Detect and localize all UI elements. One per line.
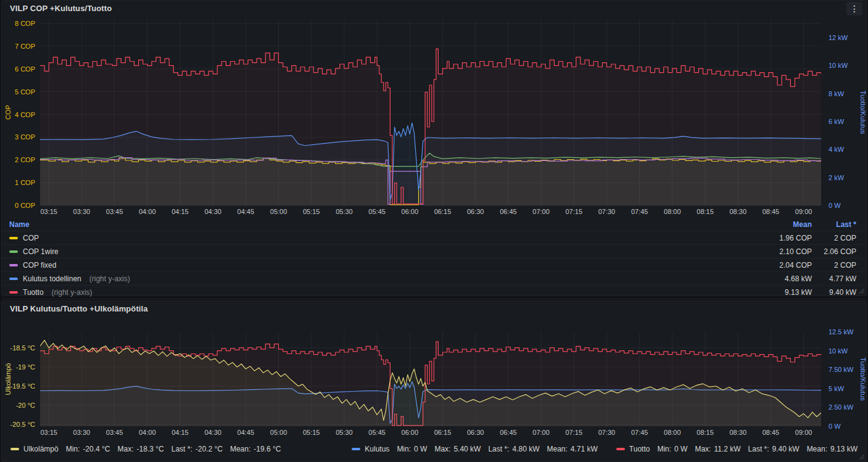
- svg-text:04:00: 04:00: [139, 429, 156, 436]
- svg-text:04:15: 04:15: [172, 208, 189, 215]
- svg-text:04:30: 04:30: [204, 208, 221, 215]
- svg-text:06:45: 06:45: [500, 208, 517, 215]
- svg-text:06:45: 06:45: [500, 429, 517, 436]
- svg-text:6 COP: 6 COP: [15, 65, 35, 73]
- stat-value: 0 W: [414, 445, 427, 453]
- inline-legend: UlkolämpöMin:-20.4 °CMax:-18.3 °CLast *:…: [2, 441, 866, 457]
- legend-series-name[interactable]: Tuotto: [23, 288, 44, 297]
- legend-item[interactable]: UlkolämpöMin:-20.4 °CMax:-18.3 °CLast *:…: [10, 445, 281, 453]
- stat-value: 5.40 kW: [453, 445, 481, 453]
- legend-group-right: KulutusMin:0 WMax:5.40 kWLast *:4.80 kWM…: [352, 445, 858, 453]
- legend-header-row: Name Mean Last *: [2, 218, 866, 231]
- legend-group-left: UlkolämpöMin:-20.4 °CMax:-18.3 °CLast *:…: [10, 445, 281, 453]
- legend-axis-note: (right y-axis): [89, 274, 130, 283]
- legend-header-name[interactable]: Name: [9, 220, 743, 229]
- legend-mean-value: 2.10 COP: [743, 247, 812, 256]
- svg-text:03:15: 03:15: [40, 429, 57, 436]
- svg-text:07:30: 07:30: [598, 429, 616, 436]
- legend-row: Tuotto(right y-axis)9.13 kW9.40 kW: [2, 286, 866, 299]
- svg-text:-19.5 °C: -19.5 °C: [10, 382, 36, 390]
- legend-mean-value: 9.13 kW: [743, 288, 812, 297]
- svg-text:4 COP: 4 COP: [15, 111, 35, 118]
- svg-text:08:00: 08:00: [664, 208, 681, 215]
- svg-text:3 COP: 3 COP: [15, 133, 35, 141]
- svg-text:06:15: 06:15: [434, 208, 452, 215]
- svg-text:09:00: 09:00: [795, 429, 812, 436]
- svg-text:07:15: 07:15: [566, 429, 583, 436]
- stat-value: 11.2 kW: [714, 445, 740, 453]
- svg-text:04:45: 04:45: [238, 208, 255, 215]
- svg-text:06:30: 06:30: [467, 208, 484, 215]
- svg-text:05:15: 05:15: [303, 208, 320, 215]
- legend-table: Name Mean Last * COP1.96 COP2 COPCOP 1wi…: [2, 218, 866, 299]
- stat-label: Max:: [695, 445, 711, 453]
- svg-text:10 kW: 10 kW: [829, 62, 848, 69]
- series-color-swatch[interactable]: [9, 237, 18, 239]
- legend-item[interactable]: TuottoMin:0 WMax:11.2 kWLast *:9.40 kWMe…: [616, 445, 858, 453]
- svg-text:05:45: 05:45: [368, 208, 386, 215]
- left-axis-title: Ulkolämpö: [4, 363, 12, 395]
- svg-text:12.5 kW: 12.5 kW: [829, 328, 854, 336]
- svg-text:7.50 kW: 7.50 kW: [829, 366, 854, 373]
- svg-text:06:00: 06:00: [402, 208, 419, 215]
- svg-text:7 COP: 7 COP: [15, 43, 35, 50]
- cop-timeseries-chart[interactable]: 8 COP7 COP6 COP5 COP4 COP3 COP2 COP1 COP…: [2, 1, 866, 218]
- legend-series-name: Tuotto: [629, 445, 650, 453]
- svg-text:05:30: 05:30: [336, 429, 353, 436]
- legend-last-value: 2.06 COP: [812, 247, 856, 256]
- stat-value: -19.6 °C: [254, 445, 281, 453]
- left-axis-title: COP: [4, 105, 12, 120]
- legend-last-value: 9.40 kW: [812, 288, 856, 297]
- stat-value: 9.13 kW: [830, 445, 858, 453]
- svg-text:05:45: 05:45: [368, 429, 386, 436]
- legend-series-name[interactable]: COP fixed: [23, 261, 56, 270]
- series-color-swatch[interactable]: [9, 264, 18, 266]
- legend-mean-value: 4.68 kW: [743, 274, 812, 283]
- svg-text:5 kW: 5 kW: [829, 385, 845, 392]
- legend-series-name[interactable]: Kulutus todellinen: [23, 274, 81, 283]
- series-color-swatch[interactable]: [9, 250, 18, 253]
- legend-last-value: 2 COP: [812, 261, 856, 270]
- legend-item[interactable]: KulutusMin:0 WMax:5.40 kWLast *:4.80 kWM…: [352, 445, 598, 453]
- svg-text:04:30: 04:30: [204, 429, 221, 436]
- legend-series-name: Kulutus: [365, 445, 389, 453]
- legend-series-name: Ulkolämpö: [23, 445, 59, 453]
- svg-text:05:00: 05:00: [270, 429, 287, 436]
- svg-text:2 COP: 2 COP: [15, 156, 35, 163]
- panel-vilp-kulutus: VILP Kulutus/Tuotto +Ulkolämpötila -18.5…: [1, 300, 867, 462]
- legend-last-value: 2 COP: [812, 234, 856, 242]
- kulutus-timeseries-chart[interactable]: -18.5 °C-19 °C-19.5 °C-20 °C-20.5 °C12.5…: [2, 301, 866, 438]
- svg-text:-20.5 °C: -20.5 °C: [10, 421, 36, 428]
- svg-text:0 COP: 0 COP: [15, 202, 35, 209]
- legend-row: COP fixed2.04 COP2 COP: [2, 258, 866, 272]
- series-color-swatch: [10, 448, 19, 450]
- series-group: [40, 49, 821, 205]
- panel-resize-handle[interactable]: [859, 288, 865, 294]
- svg-text:07:45: 07:45: [631, 208, 648, 215]
- legend-header-last[interactable]: Last *: [812, 220, 856, 229]
- series-color-swatch: [616, 448, 625, 450]
- legend-row: Kulutus todellinen(right y-axis)4.68 kW4…: [2, 272, 866, 286]
- svg-text:2 kW: 2 kW: [829, 174, 845, 181]
- stat-value: 0 W: [674, 445, 687, 453]
- stat-label: Min:: [657, 445, 671, 453]
- legend-series-name[interactable]: COP: [23, 234, 39, 242]
- stat-label: Max:: [434, 445, 450, 453]
- panel-vilp-cop: VILP COP +Kulutus/Tuotto ⋮ 8 COP7 COP6 C…: [1, 0, 867, 296]
- svg-text:8 kW: 8 kW: [829, 90, 845, 97]
- series-color-swatch[interactable]: [9, 278, 18, 280]
- svg-text:1 COP: 1 COP: [15, 179, 35, 186]
- svg-text:03:15: 03:15: [40, 208, 57, 215]
- series-color-swatch[interactable]: [9, 291, 18, 294]
- legend-axis-note: (right y-axis): [52, 288, 93, 297]
- svg-text:07:00: 07:00: [532, 429, 550, 436]
- svg-text:2.50 kW: 2.50 kW: [829, 403, 854, 411]
- right-axis-title: Tuotto/Kulutus: [859, 91, 866, 134]
- panel-resize-handle[interactable]: [859, 454, 865, 460]
- legend-series-name[interactable]: COP 1wire: [23, 247, 59, 256]
- stat-value: -20.4 °C: [83, 445, 110, 453]
- svg-text:04:00: 04:00: [139, 208, 156, 215]
- stat-label: Mean:: [230, 445, 250, 453]
- legend-header-mean[interactable]: Mean: [743, 220, 812, 229]
- svg-text:4 kW: 4 kW: [829, 146, 845, 153]
